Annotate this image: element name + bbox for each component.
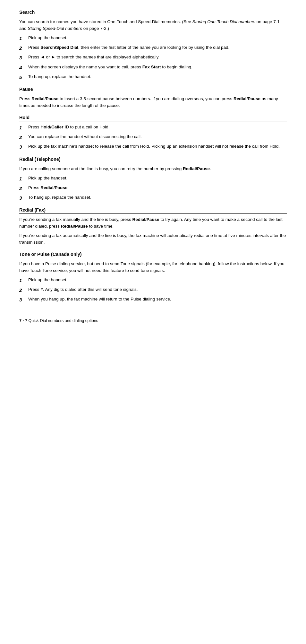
list-item: 2You can replace the handset without dis… bbox=[19, 134, 287, 141]
step-number: 2 bbox=[19, 134, 28, 141]
steps-redial-telephone: 1Pick up the handset.2Press Redial/Pause… bbox=[19, 175, 287, 202]
step-text: Pick up the handset. bbox=[28, 35, 287, 41]
list-item: 4When the screen displays the name you w… bbox=[19, 64, 287, 71]
step-number: 4 bbox=[19, 64, 28, 71]
step-number: 2 bbox=[19, 44, 28, 52]
section-intro-tone-or-pulse: If you have a Pulse dialing service, but… bbox=[19, 261, 287, 274]
step-number: 1 bbox=[19, 277, 28, 284]
section-search: SearchYou can search for names you have … bbox=[19, 10, 287, 81]
step-text: Press ◄ or ► to search the names that ar… bbox=[28, 54, 287, 61]
section-body-redial-telephone: If you are calling someone and the line … bbox=[19, 166, 287, 202]
steps-hold: 1Press Hold/Caller ID to put a call on H… bbox=[19, 124, 287, 151]
list-item: 2Press Search/Speed Dial, then enter the… bbox=[19, 44, 287, 52]
list-item: 1Press Hold/Caller ID to put a call on H… bbox=[19, 124, 287, 131]
step-text: You can replace the handset without disc… bbox=[28, 134, 287, 140]
section-para-pause-0: Press Redial/Pause to insert a 3.5-secon… bbox=[19, 96, 287, 109]
section-title-pause: Pause bbox=[19, 87, 287, 93]
step-text: When the screen displays the name you wa… bbox=[28, 64, 287, 71]
step-text: Pick up the handset. bbox=[28, 277, 287, 283]
section-title-redial-telephone: Redial (Telephone) bbox=[19, 157, 287, 163]
footer-page: 7 - 7 bbox=[19, 318, 29, 323]
section-redial-fax: Redial (Fax)If you’re sending a fax manu… bbox=[19, 207, 287, 246]
section-title-search: Search bbox=[19, 10, 287, 16]
footer-text: Quick-Dial numbers and dialing options bbox=[29, 318, 98, 323]
step-number: 1 bbox=[19, 175, 28, 182]
step-text: To hang up, replace the handset. bbox=[28, 194, 287, 201]
list-item: 3Pick up the fax machine’s handset to re… bbox=[19, 143, 287, 151]
steps-tone-or-pulse: 1Pick up the handset.2Press #. Any digit… bbox=[19, 277, 287, 304]
step-text: Press Hold/Caller ID to put a call on Ho… bbox=[28, 124, 287, 131]
section-redial-telephone: Redial (Telephone)If you are calling som… bbox=[19, 157, 287, 202]
step-number: 5 bbox=[19, 74, 28, 81]
step-text: When you hang up, the fax machine will r… bbox=[28, 296, 287, 303]
step-number: 1 bbox=[19, 124, 28, 131]
step-text: Pick up the handset. bbox=[28, 175, 287, 182]
section-tone-or-pulse: Tone or Pulse (Canada only)If you have a… bbox=[19, 252, 287, 304]
step-number: 3 bbox=[19, 54, 28, 61]
list-item: 3Press ◄ or ► to search the names that a… bbox=[19, 54, 287, 61]
section-para-redial-fax-0: If you’re sending a fax manually and the… bbox=[19, 216, 287, 230]
section-body-pause: Press Redial/Pause to insert a 3.5-secon… bbox=[19, 96, 287, 109]
step-text: To hang up, replace the handset. bbox=[28, 74, 287, 80]
section-para-redial-fax-1: If you’re sending a fax automatically an… bbox=[19, 232, 287, 246]
section-intro-search: You can search for names you have stored… bbox=[19, 19, 287, 32]
section-body-hold: 1Press Hold/Caller ID to put a call on H… bbox=[19, 124, 287, 151]
section-title-redial-fax: Redial (Fax) bbox=[19, 207, 287, 214]
section-body-redial-fax: If you’re sending a fax manually and the… bbox=[19, 216, 287, 246]
step-number: 3 bbox=[19, 296, 28, 303]
footer: 7 - 7 Quick-Dial numbers and dialing opt… bbox=[19, 317, 287, 323]
list-item: 1Pick up the handset. bbox=[19, 35, 287, 42]
section-pause: PausePress Redial/Pause to insert a 3.5-… bbox=[19, 87, 287, 109]
list-item: 3To hang up, replace the handset. bbox=[19, 194, 287, 202]
list-item: 1Pick up the handset. bbox=[19, 277, 287, 284]
list-item: 2Press #. Any digits dialed after this w… bbox=[19, 286, 287, 294]
list-item: 2Press Redial/Pause. bbox=[19, 185, 287, 192]
list-item: 1Pick up the handset. bbox=[19, 175, 287, 182]
page-content: SearchYou can search for names you have … bbox=[19, 10, 287, 304]
step-text: Press #. Any digits dialed after this wi… bbox=[28, 286, 287, 293]
list-item: 3When you hang up, the fax machine will … bbox=[19, 296, 287, 303]
section-title-hold: Hold bbox=[19, 115, 287, 121]
section-hold: Hold1Press Hold/Caller ID to put a call … bbox=[19, 115, 287, 151]
section-body-tone-or-pulse: If you have a Pulse dialing service, but… bbox=[19, 261, 287, 304]
step-number: 2 bbox=[19, 185, 28, 192]
section-body-search: You can search for names you have stored… bbox=[19, 19, 287, 81]
step-number: 3 bbox=[19, 194, 28, 202]
step-number: 3 bbox=[19, 143, 28, 151]
list-item: 5To hang up, replace the handset. bbox=[19, 74, 287, 81]
step-text: Press Redial/Pause. bbox=[28, 185, 287, 191]
steps-search: 1Pick up the handset.2Press Search/Speed… bbox=[19, 35, 287, 81]
step-number: 1 bbox=[19, 35, 28, 42]
step-text: Pick up the fax machine’s handset to rel… bbox=[28, 143, 287, 150]
step-text: Press Search/Speed Dial, then enter the … bbox=[28, 44, 287, 51]
section-intro-redial-telephone: If you are calling someone and the line … bbox=[19, 166, 287, 172]
section-title-tone-or-pulse: Tone or Pulse (Canada only) bbox=[19, 252, 287, 258]
step-number: 2 bbox=[19, 286, 28, 294]
